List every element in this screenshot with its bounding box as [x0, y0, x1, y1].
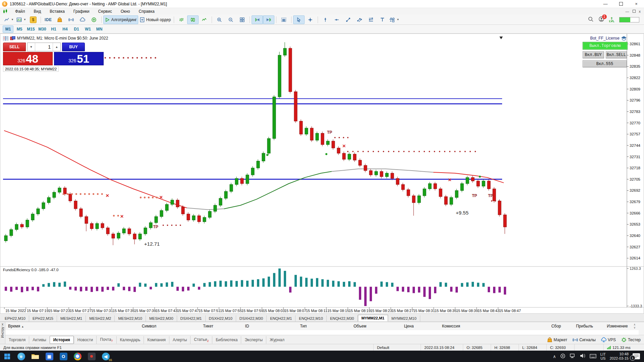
chart-tab-eph22-m15[interactable]: EPH22,M15: [29, 315, 57, 321]
chart-tab-mesh22-m1[interactable]: MESH22,M1: [57, 315, 86, 321]
maximize-button[interactable]: [613, 0, 629, 8]
new-order-icon[interactable]: Новый ордер: [138, 15, 172, 24]
tray-app-icon[interactable]: [560, 353, 566, 360]
history-column-4[interactable]: Тип: [252, 324, 310, 328]
child-close-button[interactable]: x: [639, 9, 641, 13]
toolbox-service-тестер[interactable]: Тестер: [621, 337, 641, 343]
timeframe-h1[interactable]: H1: [48, 25, 59, 33]
buy-button[interactable]: BUY: [62, 43, 85, 51]
timeframe-mn[interactable]: MN: [94, 25, 105, 33]
chart-tab-mesh22-m10[interactable]: MESH22,M10: [115, 315, 146, 321]
toolbox-tab-9[interactable]: Библиотека: [212, 336, 241, 344]
zoom-in-icon[interactable]: [214, 15, 225, 24]
toolbox-tab-7[interactable]: Алерты: [169, 336, 190, 344]
enable-buy-button[interactable]: Вкл.BUY: [583, 51, 604, 58]
play-icon[interactable]: Алготрейдинг: [103, 15, 138, 24]
indicators-icon[interactable]: ▼: [15, 15, 28, 24]
profile-selector[interactable]: Default: [373, 344, 421, 351]
menu-item-3[interactable]: Графики: [69, 8, 94, 15]
timeframe-m1[interactable]: M1: [3, 25, 13, 33]
outlook-icon[interactable]: O: [56, 351, 70, 362]
chart-tab-mymm22-m1[interactable]: MYMM22,M1: [358, 315, 388, 321]
market-bag-icon[interactable]: [54, 15, 65, 24]
one-click-trading-icon[interactable]: [10, 36, 15, 41]
volume-value[interactable]: 1: [35, 43, 53, 51]
keyboard-icon[interactable]: [590, 354, 596, 359]
text-icon[interactable]: [377, 15, 388, 24]
explorer-icon[interactable]: [28, 351, 42, 362]
shift-end-icon[interactable]: [252, 15, 263, 24]
chart-tab-mymm22-m10[interactable]: MYMM22,M10: [388, 315, 420, 321]
network-icon[interactable]: [570, 353, 576, 359]
chart-tab-enqh22-m1[interactable]: ENQH22,M1: [267, 315, 296, 321]
menu-item-5[interactable]: Окно: [116, 8, 135, 15]
chart-tab-enqh22-m30[interactable]: ENQH22,M30: [327, 315, 358, 321]
chart-tab-mesh22-m2[interactable]: MESH22,M2: [86, 315, 115, 321]
search-icon[interactable]: [588, 16, 594, 23]
connection-ping[interactable]: 121.33 ms: [603, 344, 644, 351]
history-table-body[interactable]: [5, 330, 639, 335]
bid-price[interactable]: 326 48: [3, 52, 53, 65]
sell-button[interactable]: SELL: [3, 43, 26, 51]
timeframe-m30[interactable]: M30: [37, 25, 48, 33]
cursor-icon[interactable]: [293, 15, 305, 24]
ask-price[interactable]: 326 51: [54, 52, 104, 65]
volume-icon[interactable]: [580, 353, 586, 359]
price-chart-plot[interactable]: ×××××TPTPTPTP+12.71+9.553286132848328353…: [0, 34, 644, 313]
notifications-icon[interactable]: 1: [598, 16, 604, 23]
toolbox-tab-5[interactable]: Календарь: [116, 336, 144, 344]
candles-chart-icon[interactable]: [187, 15, 199, 24]
menu-item-4[interactable]: Сервис: [94, 8, 116, 15]
depth-of-market-icon[interactable]: [3, 36, 8, 41]
toolbox-service-маркет[interactable]: Маркет: [547, 337, 568, 343]
chart-profile-icon[interactable]: ▼: [3, 15, 15, 24]
history-column-0[interactable]: Время ▲: [5, 324, 117, 328]
chrome-icon[interactable]: [70, 351, 85, 362]
toolbox-tab-2[interactable]: История: [50, 336, 74, 344]
edge-icon[interactable]: e: [14, 351, 28, 362]
trendline-icon[interactable]: [342, 15, 354, 24]
history-column-7[interactable]: Комиссия: [416, 324, 463, 328]
telegram-icon[interactable]: ◀ 55: [99, 351, 113, 362]
history-column-5[interactable]: Объем: [310, 324, 369, 328]
history-column-1[interactable]: Символ: [117, 324, 159, 328]
cloud-icon[interactable]: [77, 15, 88, 24]
toolbox-tab-11[interactable]: Журнал: [266, 336, 288, 344]
mt5-taskbar-icon[interactable]: [85, 351, 99, 362]
table-scroll-buttons[interactable]: ∧∨: [631, 323, 639, 329]
chart-tab-eph22-m10[interactable]: EPH22,M10: [1, 315, 29, 321]
bars-chart-icon[interactable]: [176, 15, 187, 24]
timeframe-w1[interactable]: W1: [83, 25, 93, 33]
tray-expand-icon[interactable]: ∧: [553, 354, 556, 359]
app-window-icon[interactable]: ▣: [42, 351, 56, 362]
chevron-down-icon[interactable]: ▼: [23, 18, 26, 21]
history-column-2[interactable]: Тикет: [159, 324, 216, 328]
toolbox-service-сигналы[interactable]: Сигналы: [573, 337, 596, 343]
ide-button[interactable]: IDE: [43, 15, 54, 24]
history-column-3[interactable]: ID: [216, 324, 252, 328]
language-indicator[interactable]: LITUS: [600, 352, 606, 360]
screenshot-icon[interactable]: [278, 15, 289, 24]
community-icon[interactable]: [88, 15, 100, 24]
timeframe-h4[interactable]: H4: [60, 25, 70, 33]
fibo-icon[interactable]: [365, 15, 377, 24]
history-column-8[interactable]: Сбор: [463, 324, 564, 328]
toolbox-tab-8[interactable]: Статьи2: [190, 336, 212, 344]
toolbox-tab-4[interactable]: Почта7: [96, 336, 116, 344]
line-chart-icon[interactable]: [199, 15, 210, 24]
chart-tab-dsxh22-m30[interactable]: DSXH22,M30: [236, 315, 267, 321]
chevron-down-icon[interactable]: ▼: [396, 18, 399, 21]
history-column-6[interactable]: Цена: [369, 324, 416, 328]
history-column-9[interactable]: Прибыль: [564, 324, 596, 328]
chart-tab-dsxh22-m1[interactable]: DSXH22,M1: [177, 315, 206, 321]
toggle-trading-button[interactable]: Выкл.Торговлю: [583, 42, 628, 50]
chart-tab-enqh22-m10[interactable]: ENQH22,M10: [296, 315, 327, 321]
signals-icon[interactable]: [65, 15, 77, 24]
tile-windows-icon[interactable]: [236, 15, 248, 24]
toolbox-tab-10[interactable]: Эксперты: [241, 336, 266, 344]
dollar-icon[interactable]: $: [28, 15, 39, 24]
menu-item-0[interactable]: Файл: [11, 8, 30, 15]
horizontal-line-icon[interactable]: [331, 15, 342, 24]
menu-item-2[interactable]: Вставка: [45, 8, 69, 15]
close-button[interactable]: ×: [629, 0, 644, 8]
